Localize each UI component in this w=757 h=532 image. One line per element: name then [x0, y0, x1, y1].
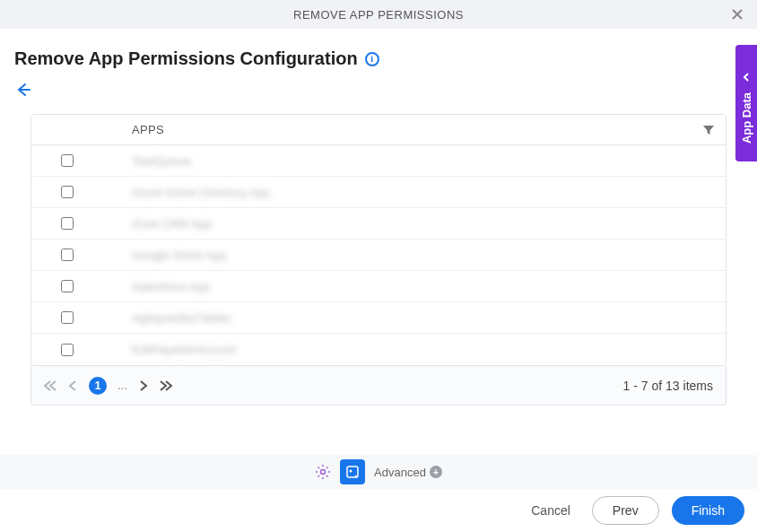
app-name-cell: Zone CRM App	[103, 217, 212, 231]
app-name-cell: AgilepointbizTables	[103, 311, 231, 325]
table-header-row: APPS	[31, 115, 726, 145]
table-row[interactable]: Google Sheet App	[31, 240, 726, 271]
advanced-text: Advanced	[374, 466, 426, 479]
app-name-cell: Salesforce App	[103, 280, 210, 293]
table-row[interactable]: TaskQueue	[31, 145, 726, 177]
prev-button[interactable]: Prev	[592, 496, 659, 525]
pagination-summary: 1 - 7 of 13 items	[623, 379, 713, 393]
table-row[interactable]: Salesforce App	[31, 271, 726, 302]
row-checkbox[interactable]	[61, 154, 74, 167]
prev-page-icon[interactable]	[67, 379, 78, 392]
back-arrow-icon[interactable]	[14, 82, 30, 98]
filter-icon[interactable]	[702, 124, 715, 136]
info-icon[interactable]: i	[365, 52, 379, 66]
svg-point-0	[321, 470, 326, 475]
finish-button[interactable]: Finish	[672, 496, 744, 525]
app-name-cell: EditPayableAccount	[103, 343, 236, 356]
plus-icon: +	[430, 466, 442, 478]
table-row[interactable]: EditPayableAccount	[31, 334, 726, 365]
table-row[interactable]: Zone CRM App	[31, 208, 726, 240]
page-title: Remove App Permissions Configuration	[14, 48, 358, 69]
action-bar: Cancel Prev Finish	[0, 489, 757, 532]
advanced-label[interactable]: Advanced +	[374, 466, 442, 479]
last-page-icon[interactable]	[160, 379, 172, 392]
close-icon[interactable]	[730, 7, 744, 22]
column-header-apps[interactable]: APPS	[103, 123, 164, 136]
side-tab-app-data[interactable]: App Data	[735, 45, 757, 161]
side-tab-label: App Data	[740, 92, 753, 144]
cancel-button[interactable]: Cancel	[522, 496, 579, 525]
next-page-icon[interactable]	[138, 379, 149, 392]
row-checkbox[interactable]	[61, 311, 74, 324]
chevron-left-icon	[742, 69, 751, 85]
gear-icon[interactable]	[315, 464, 331, 480]
page-ellipsis: ...	[117, 379, 127, 392]
row-checkbox[interactable]	[61, 249, 74, 261]
row-checkbox[interactable]	[61, 217, 74, 230]
table-row[interactable]: AgilepointbizTables	[31, 302, 726, 334]
apps-table: APPS TaskQueueAzure Active Directory App…	[30, 114, 727, 366]
pagination-bar: 1 ... 1 - 7 of 13 items	[30, 366, 727, 406]
app-name-cell: Google Sheet App	[103, 249, 227, 262]
modal-title: REMOVE APP PERMISSIONS	[0, 8, 757, 22]
row-checkbox[interactable]	[61, 186, 74, 198]
app-name-cell: TaskQueue	[103, 154, 191, 168]
app-name-cell: Azure Active Directory App	[103, 186, 270, 199]
row-checkbox[interactable]	[61, 344, 74, 356]
modal-header: REMOVE APP PERMISSIONS	[0, 0, 757, 29]
advanced-chip-icon[interactable]	[340, 459, 365, 484]
first-page-icon[interactable]	[44, 379, 57, 392]
toolbar-bottom: Advanced +	[0, 455, 757, 489]
row-checkbox[interactable]	[61, 280, 74, 292]
page-number-current[interactable]: 1	[89, 377, 107, 395]
table-row[interactable]: Azure Active Directory App	[31, 177, 726, 208]
svg-point-2	[350, 470, 352, 473]
